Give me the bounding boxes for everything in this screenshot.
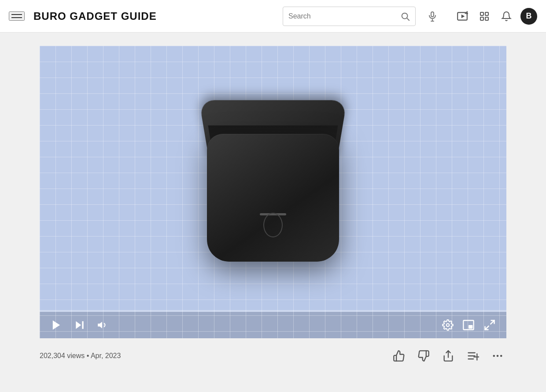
svg-rect-12 (485, 17, 488, 20)
search-input[interactable] (288, 12, 400, 20)
svg-rect-11 (480, 17, 483, 20)
search-bar (283, 7, 416, 26)
main-content: Bowers & W Bowers & W (0, 33, 546, 374)
mic-icon (427, 11, 438, 22)
action-buttons (390, 347, 506, 365)
bell-icon (501, 11, 512, 22)
dislike-button[interactable] (415, 347, 432, 365)
video-main-area[interactable]: Bowers & W Bowers & W (40, 46, 506, 310)
case-body (207, 134, 339, 262)
svg-rect-10 (485, 12, 488, 15)
grid-icon (479, 11, 490, 22)
case-logo (263, 213, 283, 237)
header: BURO GADGET GUIDE (0, 0, 546, 33)
mic-button[interactable] (424, 8, 440, 24)
svg-marker-6 (461, 14, 465, 18)
search-icon (400, 11, 410, 21)
save-icon (467, 350, 479, 362)
search-button[interactable] (400, 11, 410, 21)
avatar[interactable]: B (520, 8, 537, 25)
more-options-button[interactable] (489, 347, 506, 365)
share-icon (442, 350, 454, 362)
svg-point-29 (497, 355, 499, 357)
grid-button[interactable] (476, 8, 492, 24)
svg-point-30 (500, 355, 502, 357)
video-meta: 202,304 views • Apr, 2023 (40, 338, 506, 374)
bell-button[interactable] (498, 8, 514, 24)
more-icon (491, 350, 504, 362)
svg-rect-9 (480, 12, 483, 15)
share-button[interactable] (439, 347, 457, 365)
create-icon (457, 11, 468, 22)
like-icon (393, 350, 405, 362)
svg-point-28 (493, 355, 495, 357)
site-title: BURO GADGET GUIDE (33, 10, 157, 22)
create-button[interactable] (454, 8, 470, 24)
video-progress-bar[interactable] (40, 310, 506, 312)
svg-rect-2 (431, 12, 434, 17)
svg-line-1 (407, 18, 409, 20)
save-button[interactable] (464, 347, 482, 365)
like-button[interactable] (390, 347, 408, 365)
dislike-icon (417, 350, 430, 362)
product-image: Bowers & W Bowers & W (198, 94, 348, 262)
view-count: 202,304 views • Apr, 2023 (40, 352, 121, 360)
menu-button[interactable] (9, 11, 25, 21)
header-icons: B (454, 8, 537, 25)
video-player: Bowers & W Bowers & W (40, 46, 506, 338)
